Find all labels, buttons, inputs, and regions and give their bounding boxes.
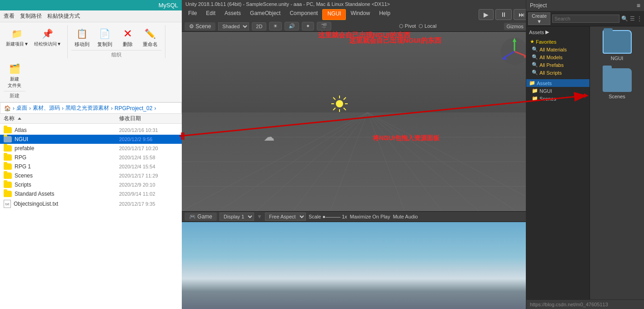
game-tab[interactable]: 🎮 Game	[185, 213, 217, 221]
play-button[interactable]: ▶	[479, 9, 494, 20]
fx-btn[interactable]: ✦	[302, 22, 314, 30]
assets-label: Assets	[529, 30, 544, 35]
local-label: ⬡ Local	[419, 23, 436, 29]
file-row-ngui[interactable]: NGUI 2020/12/2 9:56	[0, 135, 182, 144]
all-prefabs[interactable]: 🔍 All Prefabs	[526, 61, 589, 69]
file-icon-objectslist: txt	[4, 200, 11, 208]
file-name-rpg: RPG	[15, 154, 119, 161]
sort-arrow	[18, 117, 21, 120]
assets-folder-icon: 📁	[529, 80, 535, 86]
project-search[interactable]	[552, 21, 619, 23]
breadcrumb-assets[interactable]: 素材、源码	[33, 104, 60, 112]
assets-folder-label: Assets	[537, 81, 552, 86]
file-row-prefable[interactable]: prefable 2020/12/17 10:20	[0, 144, 182, 153]
folder-icon-ngui	[4, 136, 12, 142]
easy-access-btn[interactable]: 📌 经松快访问▼	[32, 25, 64, 49]
col-name-label: 名称	[4, 115, 15, 122]
new-folder-btn[interactable]: 🗂️ 新建 文件夹	[4, 60, 25, 90]
breadcrumb-sep5: ›	[154, 105, 156, 111]
breadcrumb: 🏠 › 桌面 › 素材、源码 › 黑暗之光资源素材 › RPGProject_0…	[0, 102, 182, 114]
delete-btn[interactable]: ✕ 删除	[117, 25, 139, 49]
menu-file[interactable]: File	[184, 9, 201, 20]
move-btn[interactable]: 📋 移动到	[71, 25, 93, 49]
file-row-rpg[interactable]: RPG 2020/12/4 15:58	[0, 153, 182, 162]
project-assets-folder[interactable]: 📁 Assets	[526, 79, 589, 87]
breadcrumb-dark[interactable]: 黑暗之光资源素材	[65, 104, 109, 112]
svg-line-18	[333, 97, 335, 100]
file-row-atlas[interactable]: Atlas 2020/12/16 10:31	[0, 126, 182, 135]
project-search-icon: 🔍	[621, 21, 628, 22]
project-filter-icon[interactable]: ☰	[630, 21, 635, 22]
file-row-rpg1[interactable]: RPG 1 2020/12/4 15:54	[0, 162, 182, 171]
ngui-folder-tree[interactable]: 📁 NGUI	[526, 87, 589, 95]
easy-access-label: 经松快访问▼	[34, 41, 61, 47]
col-date[interactable]: 修改日期	[119, 115, 178, 122]
col-name[interactable]: 名称	[4, 115, 119, 122]
file-row-objectslist[interactable]: txt ObjectsingoList.txt 2020/12/17 9:35	[0, 198, 182, 209]
game-view: 🎮 Game Display 1 ▼ Free Aspect Scale ●——…	[182, 211, 553, 309]
copy-icon: 📄	[98, 26, 112, 41]
menu-gameobject[interactable]: GameObject	[245, 9, 285, 20]
search-icon-prefabs: 🔍	[532, 62, 538, 68]
file-name-prefable: prefable	[15, 145, 119, 152]
camera-btn[interactable]: 🎬	[317, 22, 331, 30]
project-file-ngui[interactable]: NGUI	[603, 30, 632, 61]
scene-tab[interactable]: ⚙ Scene	[185, 22, 215, 30]
fe-toolbar: 📁 新建项目▼ 📌 经松快访问▼ 📋 移动到 📄 复制到	[0, 22, 182, 102]
all-scripts[interactable]: 🔍 All Scripts	[526, 69, 589, 76]
scene-game-container: ⚙ Scene Shaded 2D ☀ 🔊 ✦ 🎬 ⬡ Pivot ⬡ Loca…	[182, 21, 553, 309]
menu-component[interactable]: Component	[285, 9, 322, 20]
ngui-tree-icon: 📁	[532, 88, 538, 94]
nav-paste-shortcut[interactable]: 粘贴快捷方式	[47, 12, 80, 20]
project-files: NGUI Scenes	[590, 26, 644, 299]
menu-ngui[interactable]: NGUI	[322, 9, 346, 20]
project-more-icon[interactable]: ⋮	[637, 21, 642, 22]
menu-help[interactable]: Help	[374, 9, 395, 20]
menu-window[interactable]: Window	[346, 9, 374, 20]
all-materials[interactable]: 🔍 All Materials	[526, 46, 589, 53]
2d-btn[interactable]: 2D	[252, 22, 266, 30]
unity-editor: Unity 2018.1.0b11 (64bit) - SampleScene.…	[182, 0, 644, 309]
folder-icon-atlas	[4, 127, 12, 133]
folder-icon-prefable	[4, 145, 12, 152]
maximize-btn[interactable]: Maximize On Play	[350, 214, 390, 219]
pause-button[interactable]: ⏸	[495, 9, 512, 20]
menu-edit[interactable]: Edit	[201, 9, 220, 20]
toolbar-section-new2: 🗂️ 新建 文件夹 新建	[4, 60, 29, 99]
project-tree: Assets ▶ ★ Favorites 🔍 All Materials 🔍 A…	[526, 26, 590, 299]
project-favorites[interactable]: ★ Favorites	[526, 38, 589, 46]
display-select[interactable]: Display 1	[220, 213, 254, 221]
aspect-select[interactable]: Free Aspect	[265, 213, 306, 221]
cloud-icon: ☁	[264, 131, 275, 143]
scenes-tree-icon: 📁	[532, 96, 538, 101]
all-models[interactable]: 🔍 All Models	[526, 53, 589, 61]
menu-assets[interactable]: Assets	[220, 9, 245, 20]
scenes-folder-tree[interactable]: 📁 Scenes	[526, 95, 589, 102]
rename-btn[interactable]: ✏️ 重命名	[140, 25, 161, 49]
audio-btn[interactable]: 🔊	[285, 22, 299, 30]
scenes-folder-icon	[603, 68, 632, 92]
nav-copy-path[interactable]: 复制路径	[20, 12, 42, 20]
file-row-standard[interactable]: Standard Assets 2020/9/14 11:02	[0, 189, 182, 198]
copy-btn[interactable]: 📄 复制到	[94, 25, 116, 49]
file-date-objectslist: 2020/12/17 9:35	[119, 201, 178, 207]
project-create-btn[interactable]: Create ▼	[528, 21, 550, 25]
breadcrumb-home[interactable]: 🏠	[4, 105, 11, 111]
move-icon: 📋	[75, 26, 90, 41]
column-headers: 名称 修改日期	[0, 114, 182, 124]
new-project-btn[interactable]: 📁 新建项目▼	[4, 25, 31, 49]
project-assets-root[interactable]: Assets ▶	[526, 28, 589, 36]
file-row-scenes[interactable]: Scenes 2020/12/17 11:29	[0, 171, 182, 180]
file-row-scripts[interactable]: Scripts 2020/12/9 20:10	[0, 180, 182, 189]
shade-mode[interactable]: Shaded	[218, 22, 249, 30]
project-file-scenes[interactable]: Scenes	[603, 68, 632, 99]
mute-btn[interactable]: Mute Audio	[393, 214, 418, 219]
svg-line-19	[344, 108, 346, 110]
file-date-prefable: 2020/12/17 10:20	[119, 146, 178, 151]
breadcrumb-sep1: ›	[13, 105, 15, 111]
breadcrumb-desktop[interactable]: 桌面	[16, 104, 27, 112]
breadcrumb-sep4: ›	[111, 105, 113, 111]
nav-view[interactable]: 查看	[4, 12, 15, 20]
breadcrumb-rpg[interactable]: RPGProject_02	[115, 105, 152, 111]
sun-btn[interactable]: ☀	[269, 22, 282, 30]
